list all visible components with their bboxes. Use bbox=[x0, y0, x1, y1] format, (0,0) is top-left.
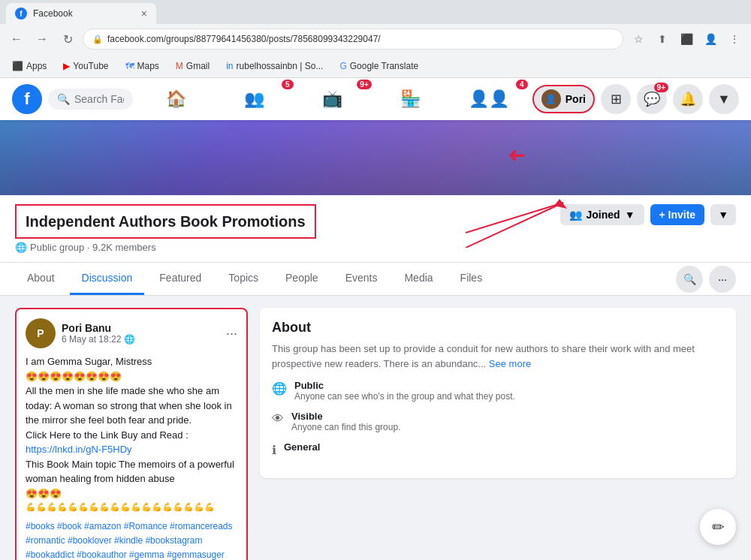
extensions-button[interactable]: ⬛ bbox=[676, 29, 697, 50]
nav-groups[interactable]: 👤👤 4 bbox=[451, 81, 526, 117]
bookmark-apps[interactable]: ⬛ Apps bbox=[6, 59, 53, 73]
sidebar-area: About This group has been set up to prov… bbox=[260, 308, 736, 560]
bookmark-maps-label: Maps bbox=[137, 61, 159, 71]
about-visible-item: 👁 Visible Anyone can find this group. bbox=[272, 411, 724, 432]
tab-files[interactable]: Files bbox=[448, 263, 495, 295]
about-general-item: ℹ General bbox=[272, 441, 724, 457]
edit-fab-button[interactable]: ✏ bbox=[700, 509, 736, 545]
tab-events[interactable]: Events bbox=[333, 263, 390, 295]
globe-small-icon: 🌐 bbox=[124, 334, 135, 345]
invite-button[interactable]: + Invite bbox=[650, 204, 705, 225]
reload-button[interactable]: ↻ bbox=[57, 29, 78, 50]
account-menu-button[interactable]: ▼ bbox=[709, 84, 739, 114]
translate-icon: G bbox=[339, 61, 346, 71]
post-link-line: Click Here to the Link Buy and Read : ht… bbox=[26, 428, 237, 457]
public-label: Public bbox=[294, 380, 515, 391]
menu-button[interactable]: ⋮ bbox=[724, 29, 745, 50]
bookmark-apps-label: Apps bbox=[26, 61, 47, 71]
nav-home[interactable]: 🏠 bbox=[139, 81, 214, 117]
post-link[interactable]: https://lnkd.in/gN-F5HDy bbox=[26, 444, 132, 455]
bookmark-maps[interactable]: 🗺 Maps bbox=[119, 59, 165, 73]
joined-button[interactable]: 👥 Joined ▼ bbox=[560, 204, 644, 225]
group-name-box: Independent Authors Book Promotions bbox=[15, 204, 316, 239]
tab-topics[interactable]: Topics bbox=[216, 263, 270, 295]
address-bar[interactable]: 🔒 facebook.com/groups/88779641456380/pos… bbox=[83, 29, 623, 50]
tab-discussion[interactable]: Discussion bbox=[70, 263, 145, 295]
user-profile-button[interactable]: 👤 Pori bbox=[532, 85, 595, 113]
bookmark-youtube-label: YouTube bbox=[73, 61, 108, 71]
share-button[interactable]: ⬆ bbox=[652, 29, 673, 50]
tab-people[interactable]: People bbox=[273, 263, 330, 295]
post-timestamp: 6 May at 18:22 🌐 bbox=[62, 334, 135, 345]
rubel-icon: in bbox=[226, 61, 233, 71]
nav-friends[interactable]: 👥 5 bbox=[217, 81, 292, 117]
tab-more-button[interactable]: ··· bbox=[709, 266, 736, 293]
user-name: Pori bbox=[566, 93, 586, 105]
see-more-link[interactable]: See more bbox=[489, 358, 531, 369]
nav-center: 🏠 👥 5 📺 9+ 🏪 👤👤 4 bbox=[139, 81, 526, 117]
youtube-icon: ▶ bbox=[63, 61, 70, 71]
bookmark-gmail[interactable]: M Gmail bbox=[170, 59, 216, 73]
bookmark-youtube[interactable]: ▶ YouTube bbox=[57, 59, 114, 73]
browser-toolbar: ← → ↻ 🔒 facebook.com/groups/887796414563… bbox=[0, 24, 751, 54]
bookmark-gmail-label: Gmail bbox=[186, 61, 210, 71]
tab-search-button[interactable]: 🔍 bbox=[676, 266, 703, 293]
visible-label: Visible bbox=[291, 411, 400, 422]
post-hashtags: #books #book #amazon #Romance #romancere… bbox=[26, 519, 237, 561]
messenger-badge: 9+ bbox=[654, 83, 668, 92]
joined-icon: 👥 bbox=[569, 209, 582, 221]
tab-about[interactable]: About bbox=[15, 263, 67, 295]
more-options-button[interactable]: ▼ bbox=[710, 204, 736, 225]
about-section: About This group has been set up to prov… bbox=[260, 308, 736, 478]
facebook-logo[interactable]: f bbox=[12, 84, 42, 114]
bookmark-rubel[interactable]: in rubelhossainbn | So... bbox=[220, 59, 329, 73]
tab-featured[interactable]: Featured bbox=[147, 263, 213, 295]
nav-marketplace[interactable]: 🏪 bbox=[373, 81, 448, 117]
facebook-navbar: f 🔍 🏠 👥 5 📺 9+ 🏪 👤👤 4 👤 Pori ⊞ 💬 bbox=[0, 78, 751, 120]
toolbar-actions: ☆ ⬆ ⬛ 👤 ⋮ bbox=[628, 29, 745, 50]
post-line2: All the men in she life made she who she… bbox=[26, 384, 237, 428]
post-body: I am Gemma Sugar, Mistress 😍😍😍😍😍😍😍😍 All … bbox=[26, 354, 237, 513]
post-more-button[interactable]: ··· bbox=[226, 326, 237, 342]
maps-icon: 🗺 bbox=[125, 61, 134, 71]
tab-close-button[interactable]: × bbox=[141, 8, 147, 20]
bookmark-star-button[interactable]: ☆ bbox=[628, 29, 649, 50]
user-avatar: 👤 bbox=[541, 89, 561, 109]
search-input[interactable] bbox=[74, 93, 124, 105]
public-description: Anyone can see who's in the group and wh… bbox=[294, 391, 515, 402]
active-tab[interactable]: f Facebook × bbox=[6, 3, 156, 24]
about-public-item: 🌐 Public Anyone can see who's in the gro… bbox=[272, 380, 724, 402]
forward-button[interactable]: → bbox=[32, 29, 53, 50]
bookmarks-bar: ⬛ Apps ▶ YouTube 🗺 Maps M Gmail in rubel… bbox=[0, 54, 751, 78]
about-description: This group has been set up to provide a … bbox=[272, 342, 724, 371]
group-nav-tabs: About Discussion Featured Topics People … bbox=[0, 263, 751, 296]
apps-menu-button[interactable]: ⊞ bbox=[601, 84, 631, 114]
notifications-button[interactable]: 🔔 bbox=[673, 84, 703, 114]
bookmark-translate-label: Google Translate bbox=[350, 61, 418, 71]
bookmark-rubel-label: rubelhossainbn | So... bbox=[237, 61, 324, 71]
apps-icon: ⬛ bbox=[12, 61, 23, 71]
about-public-content: Public Anyone can see who's in the group… bbox=[294, 380, 515, 402]
search-box[interactable]: 🔍 bbox=[48, 89, 133, 110]
tab-media[interactable]: Media bbox=[392, 263, 445, 295]
group-actions: 👥 Joined ▼ + Invite ▼ bbox=[560, 204, 736, 225]
bookmark-translate[interactable]: G Google Translate bbox=[333, 59, 424, 73]
group-title-section: Independent Authors Book Promotions 🌐 Pu… bbox=[15, 204, 316, 253]
main-content: P Pori Banu 6 May at 18:22 🌐 ··· I am Ge… bbox=[0, 296, 751, 560]
post-line4: This Book Main topic The memoirs of a po… bbox=[26, 457, 237, 486]
general-label: General bbox=[284, 441, 320, 453]
visible-description: Anyone can find this group. bbox=[291, 422, 400, 432]
nav-watch[interactable]: 📺 9+ bbox=[295, 81, 370, 117]
post-line1: I am Gemma Sugar, Mistress bbox=[26, 354, 237, 369]
messenger-button[interactable]: 💬 9+ bbox=[637, 84, 667, 114]
eye-icon: 👁 bbox=[272, 412, 284, 426]
post-header: P Pori Banu 6 May at 18:22 🌐 ··· bbox=[26, 318, 237, 348]
search-icon: 🔍 bbox=[57, 93, 70, 105]
back-button[interactable]: ← bbox=[6, 29, 27, 50]
post-author-name: Pori Banu bbox=[62, 322, 135, 334]
nav-right: 👤 Pori ⊞ 💬 9+ 🔔 ▼ bbox=[532, 84, 739, 114]
tab-right-actions: 🔍 ··· bbox=[676, 266, 736, 293]
profile-button[interactable]: 👤 bbox=[700, 29, 721, 50]
group-cover-image: ➜ bbox=[0, 120, 751, 195]
post-emojis1: 😍😍😍😍😍😍😍😍 bbox=[26, 369, 237, 384]
